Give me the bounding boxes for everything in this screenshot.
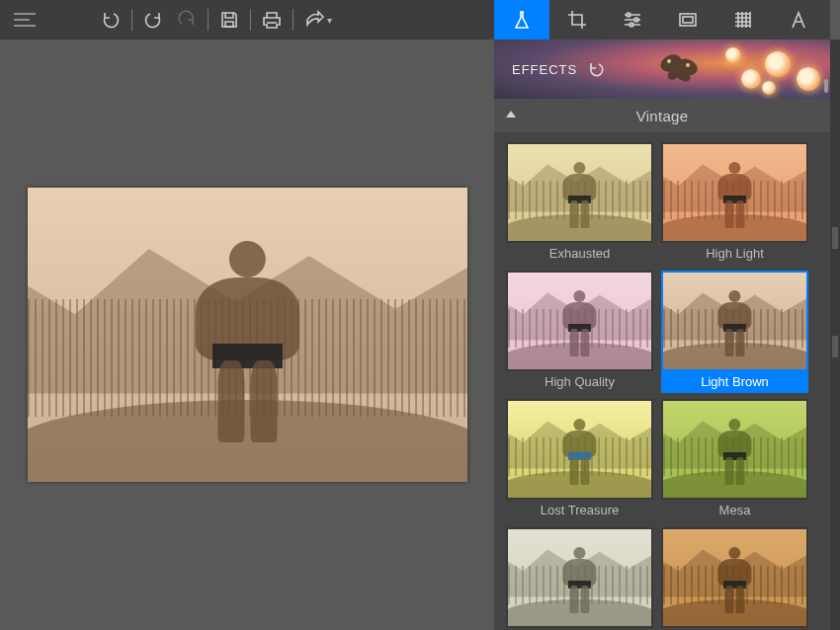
- effect-thumbnail: [506, 399, 653, 500]
- butterfly-decoration: [657, 49, 701, 85]
- canvas-area: [0, 39, 494, 630]
- effect-label: Light Brown: [661, 371, 808, 393]
- svg-rect-7: [683, 17, 693, 23]
- effect-label: High Quality: [506, 371, 653, 393]
- crop-icon: [566, 9, 588, 31]
- collapse-triangle-icon: [506, 111, 516, 118]
- edge-tab[interactable]: [832, 227, 838, 249]
- effect-label: Mesa: [661, 500, 808, 521]
- toolbar-separator: [250, 9, 251, 31]
- tab-text[interactable]: [771, 0, 826, 39]
- panel-title: EFFECTS: [512, 62, 577, 77]
- image-content: [28, 188, 467, 482]
- svg-rect-13: [678, 59, 680, 79]
- effect-label: Lost Treasure: [506, 500, 653, 521]
- effect-item-light-brown[interactable]: Light Brown: [661, 271, 808, 393]
- effect-thumbnail: [506, 271, 653, 371]
- effect-thumbnail: [661, 527, 808, 628]
- save-button[interactable]: [212, 0, 246, 39]
- toolbar-separator: [131, 9, 132, 31]
- effects-category-header[interactable]: Vintage: [494, 99, 830, 132]
- svg-point-14: [667, 59, 671, 63]
- effect-label: High Light: [661, 243, 808, 265]
- frame-icon: [677, 9, 699, 31]
- main-toolbar: ▾: [0, 0, 494, 39]
- print-button[interactable]: [255, 0, 289, 39]
- share-button[interactable]: [297, 0, 331, 39]
- tab-adjust[interactable]: [605, 0, 660, 39]
- texture-icon: [732, 9, 754, 31]
- sliders-icon: [622, 9, 643, 31]
- panel-edge-tabs: [830, 39, 840, 630]
- effect-thumbnail: [661, 142, 808, 243]
- category-title: Vintage: [636, 108, 689, 124]
- undo-icon: [587, 61, 605, 77]
- effects-banner: EFFECTS: [494, 39, 830, 99]
- tab-crop[interactable]: [549, 0, 605, 39]
- toolbar-separator: [293, 9, 294, 31]
- scroll-indicator[interactable]: [824, 79, 828, 93]
- undo-button[interactable]: [94, 0, 127, 39]
- effects-reset-button[interactable]: [587, 61, 605, 77]
- tab-texture[interactable]: [715, 0, 771, 39]
- flask-icon: [511, 9, 533, 31]
- effect-item-mesa[interactable]: Mesa: [661, 399, 808, 521]
- effect-item-high-quality[interactable]: High Quality: [506, 271, 653, 393]
- effect-item-lost-treasure[interactable]: Lost Treasure: [506, 399, 653, 521]
- blossom-decoration: [702, 39, 830, 99]
- effect-thumbnail: [661, 399, 808, 500]
- effect-thumbnail: [506, 142, 653, 243]
- tab-frame[interactable]: [660, 0, 715, 39]
- effect-item-high-light[interactable]: High Light: [661, 142, 808, 265]
- redo-button[interactable]: [136, 0, 170, 39]
- menu-button[interactable]: [0, 0, 49, 39]
- effect-item-row6[interactable]: [506, 527, 653, 630]
- redo-forward-button[interactable]: [170, 0, 204, 39]
- effects-panel: EFFECTS Vintage ExhaustedHigh Light: [494, 39, 830, 630]
- effect-label: Exhausted: [506, 243, 653, 265]
- menu-icon: [14, 13, 36, 27]
- svg-point-15: [686, 63, 690, 67]
- canvas-image[interactable]: [28, 188, 467, 482]
- edge-tab[interactable]: [832, 336, 838, 357]
- panel-tabs: [494, 0, 830, 39]
- text-icon: [788, 9, 809, 31]
- effect-item-exhausted[interactable]: Exhausted: [506, 142, 653, 265]
- effects-grid-scroll[interactable]: ExhaustedHigh LightHigh QualityLight Bro…: [494, 132, 820, 630]
- effects-grid: ExhaustedHigh LightHigh QualityLight Bro…: [506, 142, 808, 630]
- tab-effects[interactable]: [494, 0, 549, 39]
- toolbar-separator: [208, 9, 209, 31]
- effect-thumbnail: [506, 527, 653, 628]
- effect-item-row7[interactable]: [661, 527, 808, 630]
- share-dropdown-caret[interactable]: ▾: [327, 15, 332, 26]
- effect-thumbnail: [661, 271, 808, 371]
